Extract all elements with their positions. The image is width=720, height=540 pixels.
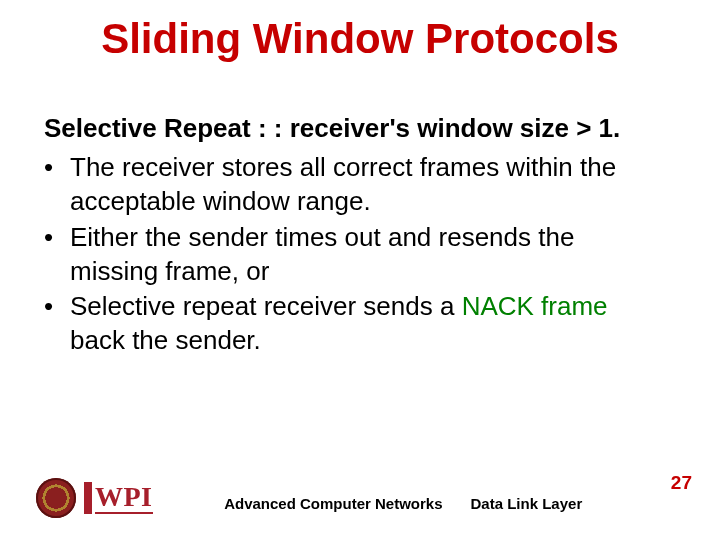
bullet-pre: Selective repeat receiver sends a [70, 291, 462, 321]
nack-term: NACK frame [462, 291, 608, 321]
footer-course: Advanced Computer Networks [224, 495, 442, 512]
footer-topic: Data Link Layer [471, 495, 583, 512]
bullet-post: back the sender. [70, 325, 261, 355]
wpi-text: WPI [95, 483, 153, 514]
bullet-item: • The receiver stores all correct frames… [44, 151, 660, 219]
subheading-lead: Selective Repeat [44, 113, 251, 143]
wpi-wordmark: WPI [82, 480, 153, 516]
bullet-item: • Selective repeat receiver sends a NACK… [44, 290, 660, 358]
slide-footer: WPI Advanced Computer NetworksData Link … [0, 466, 720, 518]
bullet-text: Either the sender times out and resends … [70, 221, 660, 289]
bullet-dot-icon: • [44, 221, 70, 255]
slide-body: Selective Repeat : : receiver's window s… [44, 112, 660, 360]
bullet-text: The receiver stores all correct frames w… [70, 151, 660, 219]
wpi-seal-icon [36, 478, 76, 518]
subheading: Selective Repeat : : receiver's window s… [44, 112, 660, 145]
bullet-dot-icon: • [44, 151, 70, 185]
subheading-rest: : : receiver's window size > 1. [251, 113, 621, 143]
footer-caption: Advanced Computer NetworksData Link Laye… [224, 495, 582, 512]
bullet-text: Selective repeat receiver sends a NACK f… [70, 290, 660, 358]
bullet-item: • Either the sender times out and resend… [44, 221, 660, 289]
bullet-dot-icon: • [44, 290, 70, 324]
slide-title: Sliding Window Protocols [0, 16, 720, 62]
wpi-bar-icon [84, 482, 92, 514]
slide: Sliding Window Protocols Selective Repea… [0, 0, 720, 540]
page-number: 27 [671, 472, 692, 494]
wpi-logo: WPI [36, 478, 153, 518]
